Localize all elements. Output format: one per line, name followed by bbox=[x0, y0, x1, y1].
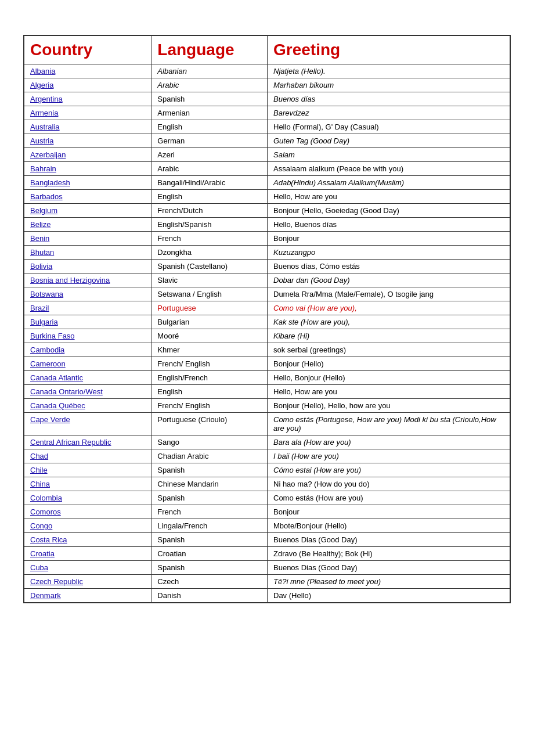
country-link[interactable]: Armenia bbox=[30, 109, 58, 117]
country-link[interactable]: Benin bbox=[30, 234, 49, 243]
country-cell: Croatia bbox=[24, 547, 151, 561]
country-link[interactable]: China bbox=[30, 480, 50, 488]
greeting-cell: Bonjour bbox=[268, 232, 510, 246]
country-link[interactable]: Costa Rica bbox=[30, 535, 67, 544]
table-row: ComorosFrenchBonjour bbox=[24, 505, 510, 519]
country-link[interactable]: Canada Ontario/West bbox=[30, 387, 103, 396]
country-cell: Cameroon bbox=[24, 357, 151, 371]
table-row: Canada AtlanticEnglish/FrenchHello, Bonj… bbox=[24, 371, 510, 385]
greeting-cell: Barevdzez bbox=[268, 106, 510, 120]
language-cell: Croatian bbox=[151, 547, 268, 561]
greeting-cell: Ni hao ma? (How do you do) bbox=[268, 477, 510, 491]
country-link[interactable]: Bolivia bbox=[30, 262, 52, 271]
country-cell: Botswana bbox=[24, 287, 151, 301]
language-cell: Mooré bbox=[151, 329, 268, 343]
country-link[interactable]: Botswana bbox=[30, 290, 63, 298]
language-cell: Spanish bbox=[151, 463, 268, 477]
table-row: CambodiaKhmersok serbai (greetings) bbox=[24, 343, 510, 357]
greeting-cell: Buenos días bbox=[268, 92, 510, 106]
country-cell: Barbados bbox=[24, 190, 151, 204]
language-cell: Azeri bbox=[151, 148, 268, 162]
country-link[interactable]: Cuba bbox=[30, 563, 48, 572]
country-link[interactable]: Chad bbox=[30, 452, 48, 460]
country-cell: Argentina bbox=[24, 92, 151, 106]
country-link[interactable]: Cameroon bbox=[30, 359, 66, 368]
country-link[interactable]: Bosnia and Herzigovina bbox=[30, 276, 110, 285]
language-cell: Bulgarian bbox=[151, 315, 268, 329]
country-cell: Comoros bbox=[24, 505, 151, 519]
greeting-cell: Hello, Bonjour (Hello) bbox=[268, 371, 510, 385]
country-link[interactable]: Austria bbox=[30, 136, 53, 145]
table-row: ArmeniaArmenianBarevdzez bbox=[24, 106, 510, 120]
country-link[interactable]: Cambodia bbox=[30, 345, 64, 354]
country-link[interactable]: Azerbaijan bbox=[30, 150, 66, 159]
language-cell: English bbox=[151, 190, 268, 204]
country-link[interactable]: Burkina Faso bbox=[30, 332, 75, 340]
language-cell: Sango bbox=[151, 435, 268, 449]
country-link[interactable]: Albania bbox=[30, 67, 55, 75]
country-link[interactable]: Central African Republic bbox=[30, 438, 111, 447]
table-row: BoliviaSpanish (Castellano)Buenos días, … bbox=[24, 260, 510, 273]
country-link[interactable]: Argentina bbox=[30, 95, 63, 103]
language-cell: Spanish bbox=[151, 491, 268, 505]
country-cell: Canada Ontario/West bbox=[24, 385, 151, 399]
table-row: Central African RepublicSangoBara ala (H… bbox=[24, 435, 510, 449]
country-cell: Denmark bbox=[24, 589, 151, 603]
country-link[interactable]: Cape Verde bbox=[30, 415, 70, 424]
country-cell: Cape Verde bbox=[24, 413, 151, 435]
greeting-cell: Buenos Dias (Good Day) bbox=[268, 561, 510, 575]
greeting-cell: sok serbai (greetings) bbox=[268, 343, 510, 357]
greeting-cell: Buenos Dias (Good Day) bbox=[268, 533, 510, 547]
country-link[interactable]: Czech Republic bbox=[30, 577, 83, 586]
country-cell: Brazil bbox=[24, 301, 151, 315]
country-link[interactable]: Brazil bbox=[30, 304, 49, 312]
main-table-container: Country Language Greeting AlbaniaAlbania… bbox=[23, 35, 511, 603]
country-link[interactable]: Congo bbox=[30, 521, 52, 530]
greeting-cell: Como vai (How are you), bbox=[268, 301, 510, 315]
country-link[interactable]: Bhutan bbox=[30, 248, 54, 257]
country-link[interactable]: Canada Atlantic bbox=[30, 373, 83, 382]
country-link[interactable]: Australia bbox=[30, 123, 60, 131]
country-cell: Burkina Faso bbox=[24, 329, 151, 343]
table-row: BulgariaBulgarianKak ste (How are you), bbox=[24, 315, 510, 329]
country-link[interactable]: Algeria bbox=[30, 81, 53, 89]
country-link[interactable]: Barbados bbox=[30, 192, 63, 201]
greeting-cell: Bonjour bbox=[268, 505, 510, 519]
greeting-cell: Bonjour (Hello), Hello, how are you bbox=[268, 399, 510, 413]
country-link[interactable]: Bangladesh bbox=[30, 178, 70, 187]
language-cell: Arabic bbox=[151, 78, 268, 92]
country-link[interactable]: Chile bbox=[30, 466, 48, 474]
country-link[interactable]: Canada Québec bbox=[30, 401, 85, 410]
country-link[interactable]: Bahrain bbox=[30, 164, 56, 173]
table-row: Canada Ontario/WestEnglishHello, How are… bbox=[24, 385, 510, 399]
language-cell: English bbox=[151, 120, 268, 134]
country-link[interactable]: Belize bbox=[30, 220, 50, 229]
language-cell: French bbox=[151, 232, 268, 246]
country-cell: Belize bbox=[24, 218, 151, 232]
country-link[interactable]: Comoros bbox=[30, 507, 61, 516]
greeting-cell: Hello (Formal), G' Day (Casual) bbox=[268, 120, 510, 134]
table-row: ColombiaSpanishComo estás (How are you) bbox=[24, 491, 510, 505]
table-row: BarbadosEnglishHello, How are you bbox=[24, 190, 510, 204]
language-cell: Spanish (Castellano) bbox=[151, 260, 268, 273]
language-cell: Bangali/Hindi/Arabic bbox=[151, 176, 268, 190]
table-row: CubaSpanishBuenos Dias (Good Day) bbox=[24, 561, 510, 575]
country-link[interactable]: Colombia bbox=[30, 494, 62, 502]
language-cell: Chinese Mandarin bbox=[151, 477, 268, 491]
country-cell: Congo bbox=[24, 519, 151, 533]
table-row: BotswanaSetswana / EnglishDumela Rra/Mma… bbox=[24, 287, 510, 301]
country-cell: Azerbaijan bbox=[24, 148, 151, 162]
country-cell: Czech Republic bbox=[24, 575, 151, 589]
language-cell: Spanish bbox=[151, 92, 268, 106]
country-link[interactable]: Belgium bbox=[30, 206, 57, 215]
country-link[interactable]: Bulgaria bbox=[30, 318, 58, 326]
country-cell: Cuba bbox=[24, 561, 151, 575]
greeting-cell: Bonjour (Hello, Goeiedag (Good Day) bbox=[268, 204, 510, 218]
country-link[interactable]: Denmark bbox=[30, 591, 61, 600]
country-link[interactable]: Croatia bbox=[30, 549, 55, 558]
language-cell: French/Dutch bbox=[151, 204, 268, 218]
country-cell: Algeria bbox=[24, 78, 151, 92]
table-row: BhutanDzongkhaKuzuzangpo bbox=[24, 246, 510, 260]
greeting-cell: Marhaban bikoum bbox=[268, 78, 510, 92]
country-cell: Albania bbox=[24, 64, 151, 78]
